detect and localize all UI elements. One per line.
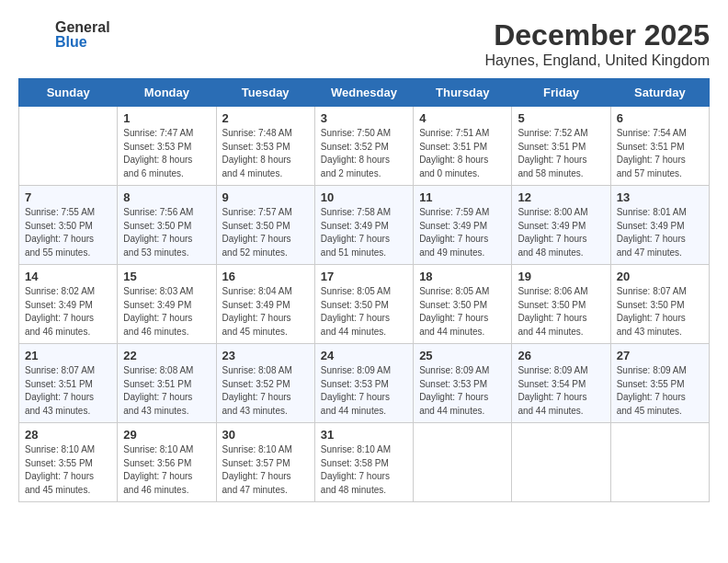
calendar-week-4: 21Sunrise: 8:07 AM Sunset: 3:51 PM Dayli… (19, 344, 710, 423)
calendar-cell: 3Sunrise: 7:50 AM Sunset: 3:52 PM Daylig… (314, 107, 413, 186)
day-header-monday: Monday (118, 79, 216, 107)
calendar-cell: 15Sunrise: 8:03 AM Sunset: 3:49 PM Dayli… (118, 265, 216, 344)
day-number: 27 (617, 349, 703, 362)
calendar-cell (610, 423, 709, 502)
calendar-cell: 18Sunrise: 8:05 AM Sunset: 3:50 PM Dayli… (414, 265, 512, 344)
calendar-cell: 25Sunrise: 8:09 AM Sunset: 3:53 PM Dayli… (414, 344, 512, 423)
calendar-cell: 24Sunrise: 8:09 AM Sunset: 3:53 PM Dayli… (314, 344, 413, 423)
day-info: Sunrise: 8:05 AM Sunset: 3:50 PM Dayligh… (321, 285, 407, 339)
day-number: 8 (123, 190, 210, 204)
day-info: Sunrise: 8:04 AM Sunset: 3:49 PM Dayligh… (222, 285, 309, 339)
calendar-cell: 10Sunrise: 7:58 AM Sunset: 3:49 PM Dayli… (314, 186, 413, 265)
calendar-cell: 22Sunrise: 8:08 AM Sunset: 3:51 PM Dayli… (118, 344, 216, 423)
calendar-cell: 2Sunrise: 7:48 AM Sunset: 3:53 PM Daylig… (216, 107, 314, 186)
day-number: 2 (222, 111, 309, 125)
calendar-cell: 31Sunrise: 8:10 AM Sunset: 3:58 PM Dayli… (314, 423, 413, 502)
calendar-table: SundayMondayTuesdayWednesdayThursdayFrid… (18, 78, 710, 502)
day-info: Sunrise: 7:59 AM Sunset: 3:49 PM Dayligh… (419, 206, 506, 259)
calendar-cell: 1Sunrise: 7:47 AM Sunset: 3:53 PM Daylig… (118, 107, 216, 186)
day-number: 9 (222, 190, 309, 204)
day-header-thursday: Thursday (414, 79, 512, 107)
day-info: Sunrise: 8:09 AM Sunset: 3:55 PM Dayligh… (617, 364, 703, 418)
day-number: 29 (123, 428, 210, 442)
day-number: 13 (617, 190, 703, 204)
day-number: 4 (419, 111, 506, 125)
day-info: Sunrise: 7:56 AM Sunset: 3:50 PM Dayligh… (123, 206, 210, 259)
day-number: 11 (419, 190, 506, 204)
calendar-cell: 23Sunrise: 8:08 AM Sunset: 3:52 PM Dayli… (216, 344, 314, 423)
day-header-tuesday: Tuesday (216, 79, 314, 107)
day-header-saturday: Saturday (610, 79, 709, 107)
day-number: 1 (123, 111, 210, 125)
day-number: 5 (518, 111, 604, 125)
day-number: 6 (617, 111, 703, 125)
day-info: Sunrise: 7:55 AM Sunset: 3:50 PM Dayligh… (25, 206, 111, 259)
day-number: 19 (518, 270, 604, 283)
day-number: 12 (518, 190, 604, 204)
calendar-cell: 9Sunrise: 7:57 AM Sunset: 3:50 PM Daylig… (216, 186, 314, 265)
calendar-cell: 13Sunrise: 8:01 AM Sunset: 3:49 PM Dayli… (610, 186, 709, 265)
day-header-friday: Friday (512, 79, 610, 107)
calendar-cell: 4Sunrise: 7:51 AM Sunset: 3:51 PM Daylig… (414, 107, 512, 186)
day-number: 3 (321, 111, 407, 125)
day-info: Sunrise: 7:57 AM Sunset: 3:50 PM Dayligh… (222, 206, 309, 259)
calendar-cell: 7Sunrise: 7:55 AM Sunset: 3:50 PM Daylig… (19, 186, 118, 265)
day-info: Sunrise: 8:07 AM Sunset: 3:51 PM Dayligh… (25, 364, 111, 418)
day-number: 31 (321, 428, 407, 442)
day-info: Sunrise: 8:09 AM Sunset: 3:54 PM Dayligh… (518, 364, 604, 418)
day-header-wednesday: Wednesday (314, 79, 413, 107)
logo: Gen eral General Blue (18, 18, 110, 52)
day-info: Sunrise: 8:08 AM Sunset: 3:51 PM Dayligh… (123, 364, 210, 418)
calendar-week-3: 14Sunrise: 8:02 AM Sunset: 3:49 PM Dayli… (19, 265, 710, 344)
day-info: Sunrise: 8:09 AM Sunset: 3:53 PM Dayligh… (321, 364, 407, 418)
calendar-cell: 6Sunrise: 7:54 AM Sunset: 3:51 PM Daylig… (610, 107, 709, 186)
day-info: Sunrise: 7:58 AM Sunset: 3:49 PM Dayligh… (321, 206, 407, 259)
day-info: Sunrise: 8:01 AM Sunset: 3:49 PM Dayligh… (617, 206, 703, 259)
day-info: Sunrise: 8:00 AM Sunset: 3:49 PM Dayligh… (518, 206, 604, 259)
calendar-cell: 14Sunrise: 8:02 AM Sunset: 3:49 PM Dayli… (19, 265, 118, 344)
logo-icon-container: Gen eral (18, 18, 51, 52)
day-number: 16 (222, 270, 309, 283)
day-info: Sunrise: 8:02 AM Sunset: 3:49 PM Dayligh… (25, 285, 111, 339)
calendar-cell: 5Sunrise: 7:52 AM Sunset: 3:51 PM Daylig… (512, 107, 610, 186)
day-number: 23 (222, 349, 309, 362)
day-info: Sunrise: 8:03 AM Sunset: 3:49 PM Dayligh… (123, 285, 210, 339)
day-number: 28 (25, 428, 111, 442)
day-number: 24 (321, 349, 407, 362)
day-info: Sunrise: 8:10 AM Sunset: 3:55 PM Dayligh… (25, 443, 111, 497)
logo-container: Gen eral General Blue (18, 18, 110, 52)
title-block: December 2025 Haynes, England, United Ki… (484, 18, 710, 69)
day-number: 30 (222, 428, 309, 442)
calendar-cell (512, 423, 610, 502)
day-info: Sunrise: 8:10 AM Sunset: 3:56 PM Dayligh… (123, 443, 210, 497)
calendar-cell: 12Sunrise: 8:00 AM Sunset: 3:49 PM Dayli… (512, 186, 610, 265)
month-title: December 2025 (484, 18, 710, 52)
calendar-cell: 11Sunrise: 7:59 AM Sunset: 3:49 PM Dayli… (414, 186, 512, 265)
calendar-cell: 27Sunrise: 8:09 AM Sunset: 3:55 PM Dayli… (610, 344, 709, 423)
logo-word2: Blue (55, 35, 110, 50)
day-number: 26 (518, 349, 604, 362)
day-info: Sunrise: 7:54 AM Sunset: 3:51 PM Dayligh… (617, 127, 703, 180)
day-number: 25 (419, 349, 506, 362)
calendar-cell: 17Sunrise: 8:05 AM Sunset: 3:50 PM Dayli… (314, 265, 413, 344)
calendar-cell: 26Sunrise: 8:09 AM Sunset: 3:54 PM Dayli… (512, 344, 610, 423)
day-info: Sunrise: 8:07 AM Sunset: 3:50 PM Dayligh… (617, 285, 703, 339)
calendar-cell (414, 423, 512, 502)
day-info: Sunrise: 8:05 AM Sunset: 3:50 PM Dayligh… (419, 285, 506, 339)
calendar-cell: 29Sunrise: 8:10 AM Sunset: 3:56 PM Dayli… (118, 423, 216, 502)
day-number: 21 (25, 349, 111, 362)
day-info: Sunrise: 7:51 AM Sunset: 3:51 PM Dayligh… (419, 127, 506, 180)
day-info: Sunrise: 8:10 AM Sunset: 3:58 PM Dayligh… (321, 443, 407, 497)
calendar-week-1: 1Sunrise: 7:47 AM Sunset: 3:53 PM Daylig… (19, 107, 710, 186)
calendar-cell: 20Sunrise: 8:07 AM Sunset: 3:50 PM Dayli… (610, 265, 709, 344)
calendar-cell: 16Sunrise: 8:04 AM Sunset: 3:49 PM Dayli… (216, 265, 314, 344)
calendar-cell (19, 107, 118, 186)
page-header: Gen eral General Blue December 2025 Hayn… (18, 18, 710, 69)
day-number: 20 (617, 270, 703, 283)
logo-wordmark: General Blue (55, 20, 110, 50)
day-number: 10 (321, 190, 407, 204)
day-number: 7 (25, 190, 111, 204)
calendar-cell: 30Sunrise: 8:10 AM Sunset: 3:57 PM Dayli… (216, 423, 314, 502)
calendar-cell: 19Sunrise: 8:06 AM Sunset: 3:50 PM Dayli… (512, 265, 610, 344)
calendar-cell: 21Sunrise: 8:07 AM Sunset: 3:51 PM Dayli… (19, 344, 118, 423)
